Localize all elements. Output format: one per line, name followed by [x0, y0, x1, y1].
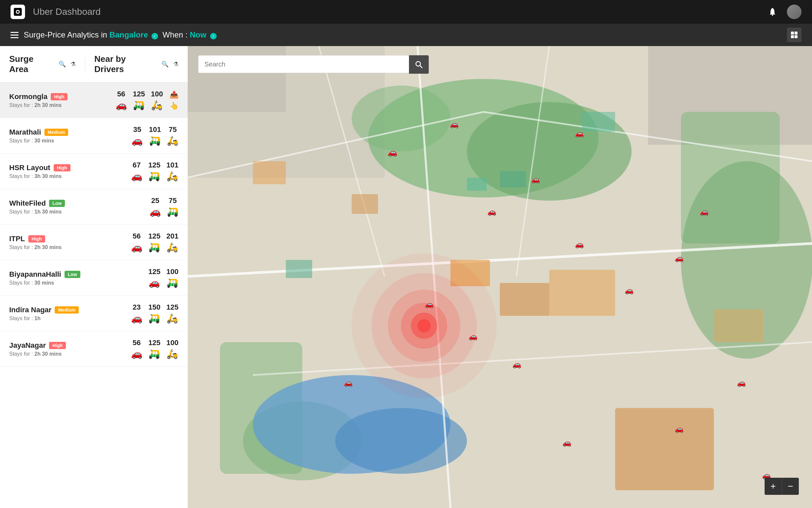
surge-badge: Medium — [55, 306, 79, 313]
svg-rect-35 — [467, 178, 487, 191]
map-zoom-controls: + − — [765, 478, 799, 495]
car-icon: 🚗 — [131, 348, 143, 359]
bike-icon: 🛵 — [167, 348, 178, 359]
area-info: Marathali Medium Stays for : 30 mins — [9, 128, 128, 144]
map-car-13: 🚗 — [675, 425, 684, 433]
car-icon: 🚗 — [116, 100, 127, 111]
car-icon: 🚗 — [131, 135, 143, 146]
surge-badge: Low — [49, 200, 65, 207]
area-row[interactable]: WhiteFiled Low Stays for : 1h 30 mins 25… — [0, 189, 188, 225]
bike-icon: 🛵 — [167, 242, 178, 253]
bike-count-col: 100 🛵 — [166, 339, 179, 359]
surge-badge: High — [28, 235, 45, 243]
map-search-input[interactable] — [198, 55, 409, 73]
area-name: HSR Layout High — [9, 164, 128, 172]
area-list: Kormongla High Stays for : 2h 30 mins 56… — [0, 83, 188, 508]
area-stays: Stays for : 1h — [9, 315, 128, 322]
zoom-in-button[interactable]: + — [765, 478, 782, 495]
nearby-drivers-section: Near by Drivers 🔍 ⚗ — [94, 54, 179, 74]
svg-point-14 — [352, 86, 451, 151]
zoom-out-button[interactable]: − — [782, 478, 799, 495]
hamburger-menu[interactable] — [10, 32, 18, 38]
row-actions: 📤 👆 — [169, 90, 179, 110]
map-car-11: 🚗 — [737, 379, 746, 387]
auto-count-col: 125 🛺 — [149, 339, 161, 359]
uber-logo — [10, 5, 25, 19]
surge-info: Surge-Price Analytics in Bangalore ✓ Whe… — [24, 30, 217, 40]
surge-badge: High — [51, 93, 68, 100]
area-row[interactable]: Kormongla High Stays for : 2h 30 mins 56… — [0, 83, 188, 118]
map-search-button[interactable] — [409, 55, 429, 74]
drivers-search-icon[interactable]: 🔍 — [161, 60, 168, 68]
auto-count: 125 — [149, 232, 161, 241]
svg-rect-6 — [791, 35, 794, 38]
area-name: Indira Nagar Medium — [9, 306, 128, 314]
notification-bell[interactable] — [766, 5, 779, 18]
auto-count-col: 101 🛺 — [149, 125, 161, 146]
auto-count: 125 — [149, 161, 161, 169]
panel-divider — [85, 57, 85, 71]
map-car-12: 🚗 — [344, 379, 353, 387]
svg-line-46 — [420, 66, 422, 68]
map-car-8: 🚗 — [625, 286, 633, 295]
vehicle-counts: 35 🚗 101 🛺 75 🛵 — [131, 125, 179, 146]
city-info-icon[interactable]: ✓ — [151, 33, 158, 40]
vehicle-counts: 67 🚗 125 🛺 101 🛵 — [131, 161, 179, 182]
auto-icon: 🛺 — [149, 348, 160, 359]
surge-search-icon[interactable]: 🔍 — [59, 60, 66, 68]
svg-rect-32 — [253, 161, 286, 184]
area-row[interactable]: Marathali Medium Stays for : 30 mins 35 … — [0, 118, 188, 154]
car-icon: 🚗 — [149, 278, 160, 288]
bike-count: 101 — [166, 161, 179, 169]
vehicle-counts: 56 🚗 125 🛺 100 🛵 — [131, 339, 179, 359]
map-car-1: 🚗 — [388, 148, 397, 157]
car-count-col: 23 🚗 — [131, 303, 143, 324]
layout-toggle-button[interactable] — [787, 28, 802, 42]
area-name: WhiteFiled Low — [9, 199, 146, 208]
svg-rect-31 — [615, 408, 714, 490]
bike-count: 75 — [168, 125, 177, 134]
map-car-14: 🚗 — [450, 120, 459, 129]
vehicle-counts: 25 🚗 75 🛺 — [150, 197, 179, 217]
car-count: 35 — [133, 125, 141, 134]
area-row[interactable]: JayaNagar High Stays for : 2h 30 mins 56… — [0, 331, 188, 367]
svg-point-3 — [772, 14, 773, 16]
car-count-col: 67 🚗 — [131, 161, 143, 182]
car-count: 56 — [117, 90, 125, 98]
when-info-icon[interactable]: i — [210, 33, 217, 40]
surge-badge: Medium — [44, 129, 69, 136]
area-row[interactable]: ITPL High Stays for : 2h 30 mins 56 🚗 12… — [0, 225, 188, 260]
area-stays: Stays for : 3h 30 mins — [9, 173, 128, 179]
map-car-3: 🚗 — [531, 175, 540, 184]
map-car-15: 🚗 — [575, 129, 584, 138]
sub-navigation: Surge-Price Analytics in Bangalore ✓ Whe… — [0, 24, 812, 46]
user-avatar[interactable] — [787, 5, 802, 19]
car-icon: 🚗 — [131, 313, 143, 324]
nearby-drivers-title: Near by Drivers — [94, 54, 157, 74]
auto-icon: 🛺 — [149, 313, 160, 324]
svg-rect-29 — [500, 283, 549, 316]
map-car-7: 🚗 — [512, 360, 521, 369]
vehicle-counts: 125 🚗 100 🛺 — [149, 267, 179, 288]
auto-icon: 🛺 — [149, 242, 160, 253]
car-icon: 🚗 — [150, 206, 161, 217]
pointer-icon[interactable]: 👆 — [169, 102, 179, 110]
area-info: Indira Nagar Medium Stays for : 1h — [9, 306, 128, 322]
map-car-16: 🚗 — [563, 438, 571, 447]
auto-icon: 🛺 — [167, 206, 179, 217]
svg-rect-7 — [795, 35, 798, 38]
svg-rect-5 — [795, 32, 798, 35]
bike-count-col: 125 🛵 — [166, 303, 179, 324]
area-row[interactable]: Indira Nagar Medium Stays for : 1h 23 🚗 … — [0, 296, 188, 331]
svg-rect-38 — [286, 260, 312, 278]
map-area[interactable]: 🚗 🚗 🚗 🚗 🚗 🚗 🚗 🚗 🚗 🚗 🚗 🚗 🚗 🚗 🚗 🚗 🚗 — [188, 46, 812, 508]
car-count-col: 25 🚗 — [150, 197, 161, 217]
surge-filter-icon[interactable]: ⚗ — [71, 60, 76, 68]
area-row[interactable]: BiyapannaHalli Low Stays for : 30 mins 1… — [0, 260, 188, 296]
area-row[interactable]: HSR Layout High Stays for : 3h 30 mins 6… — [0, 154, 188, 189]
send-icon[interactable]: 📤 — [169, 90, 179, 99]
drivers-filter-icon[interactable]: ⚗ — [173, 60, 179, 68]
map-car-5: 🚗 — [425, 300, 434, 309]
auto-count-col: 100 🛺 — [166, 267, 179, 288]
area-name: BiyapannaHalli Low — [9, 270, 145, 279]
